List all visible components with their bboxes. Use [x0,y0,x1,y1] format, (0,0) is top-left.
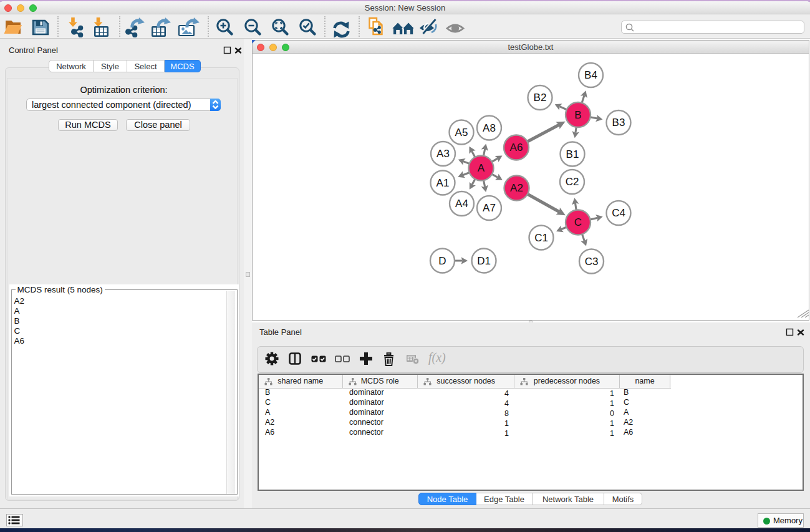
svg-text:C4: C4 [612,207,625,219]
svg-text:B3: B3 [612,117,625,128]
svg-text:C2: C2 [566,176,579,188]
svg-text:B: B [574,109,581,121]
svg-text:A5: A5 [455,127,468,138]
svg-text:B2: B2 [534,92,547,104]
svg-text:B1: B1 [566,148,579,160]
svg-text:A6: A6 [510,142,523,153]
svg-text:A2: A2 [510,182,523,194]
svg-text:C3: C3 [585,256,599,268]
svg-text:A8: A8 [483,122,496,134]
svg-text:A7: A7 [483,202,496,214]
svg-text:D1: D1 [477,255,491,267]
svg-text:A4: A4 [455,198,468,210]
svg-text:A3: A3 [436,148,450,160]
svg-text:C: C [574,216,582,228]
svg-text:D: D [438,255,446,267]
svg-text:C1: C1 [534,232,548,244]
svg-text:A1: A1 [436,177,450,189]
svg-text:A: A [478,162,485,174]
svg-text:B4: B4 [584,69,597,81]
